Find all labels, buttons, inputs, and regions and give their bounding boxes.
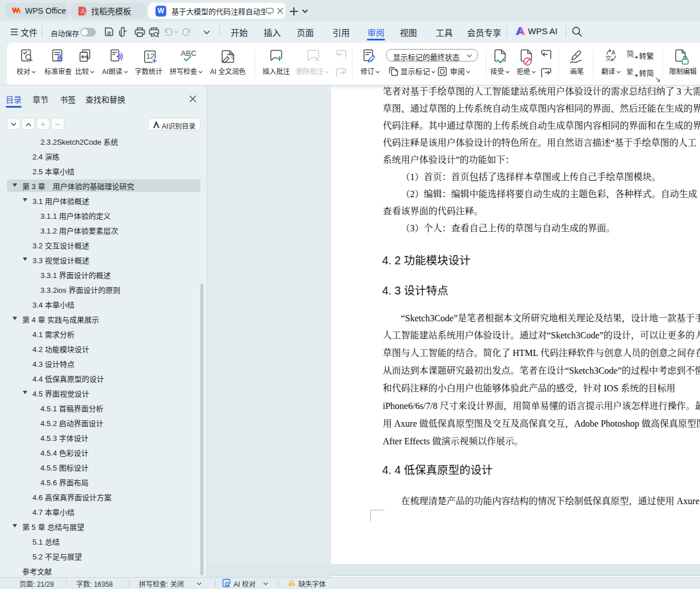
svg-text:文: 文 (605, 55, 612, 62)
svg-text:简: 简 (627, 50, 634, 58)
svg-text:A: A (612, 50, 616, 56)
svg-text:ABC: ABC (181, 49, 196, 58)
svg-text:繁: 繁 (627, 68, 633, 76)
